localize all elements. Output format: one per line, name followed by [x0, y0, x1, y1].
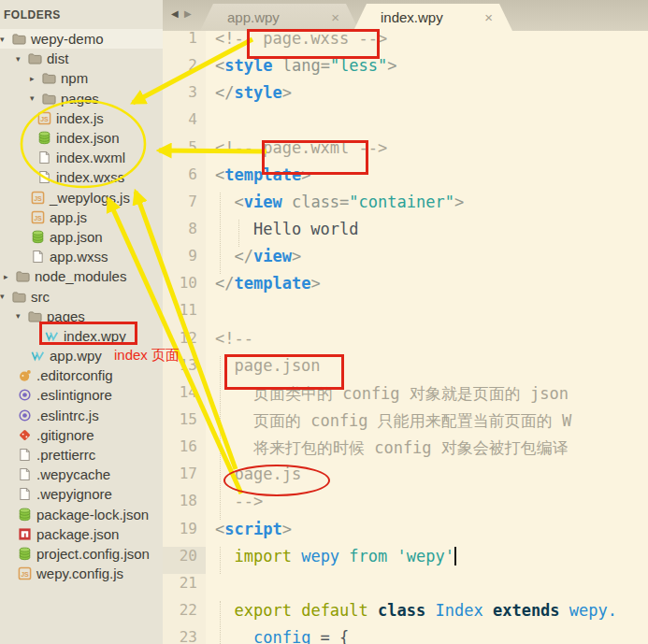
- gutter: 1234567891011121314151617181920212223: [163, 29, 206, 644]
- tree-item-index.wxml[interactable]: index.wxml: [0, 148, 163, 167]
- code-line[interactable]: 将来打包的时候 config 对象会被打包编译: [215, 437, 648, 465]
- chevron-right-icon[interactable]: ▸: [30, 74, 42, 83]
- eslint-icon: [18, 388, 32, 402]
- code-line[interactable]: [215, 574, 648, 601]
- tab-bar: ◀ ▶ app.wpy×index.wpy×: [163, 0, 648, 31]
- code-line[interactable]: 页面的 config 只能用来配置当前页面的 W: [215, 410, 648, 437]
- tree-item-package-lock.json[interactable]: package-lock.json: [0, 505, 163, 524]
- tree-item-app.wpy[interactable]: app.wpy: [0, 346, 163, 365]
- svg-text:JS: JS: [40, 116, 49, 122]
- code-line[interactable]: Hello world: [215, 220, 648, 247]
- svg-text:JS: JS: [34, 215, 42, 222]
- tree-item-npm[interactable]: ▸npm: [0, 68, 163, 88]
- tree-item-project.config.json[interactable]: project.config.json: [0, 544, 163, 564]
- js-icon: JS: [37, 111, 51, 125]
- folder-icon: [16, 269, 30, 283]
- code-line[interactable]: <template>: [215, 165, 648, 193]
- tree-item-wepy-demo[interactable]: ▾wepy-demo: [0, 29, 163, 49]
- nav-forward-icon[interactable]: ▶: [184, 8, 192, 19]
- tree-item-wepy.config.js[interactable]: JSwepy.config.js: [0, 564, 163, 583]
- tree-item-label: index.wpy: [64, 328, 126, 344]
- tree-item-node_modules[interactable]: ▸node_modules: [0, 266, 163, 286]
- tree-item-label: app.js: [50, 209, 87, 225]
- code-line[interactable]: <view class="container">: [215, 193, 648, 220]
- chevron-right-icon[interactable]: ▸: [4, 272, 16, 281]
- code-line[interactable]: export default class Index extends wepy.: [215, 601, 648, 628]
- tree-item-dist[interactable]: ▾dist: [0, 49, 163, 68]
- code-line[interactable]: config = {: [215, 628, 648, 644]
- code-line[interactable]: [215, 301, 648, 328]
- tree-item-label: .eslintignore: [36, 387, 112, 403]
- code-lines: <!-- page.wxss --><style lang="less"></s…: [215, 29, 648, 644]
- file-icon: [31, 250, 45, 264]
- code-line[interactable]: <!--: [215, 329, 648, 356]
- tree-item-.eslintrc.js[interactable]: .eslintrc.js: [0, 406, 163, 425]
- git-icon: [18, 428, 32, 442]
- code-line[interactable]: <style lang="less">: [215, 56, 648, 83]
- file-icon: [18, 487, 32, 501]
- line-number: 2: [163, 56, 206, 83]
- tree-item-src[interactable]: ▾src: [0, 286, 163, 306]
- tree-item-package.json[interactable]: package.json: [0, 524, 163, 544]
- close-icon[interactable]: ×: [484, 4, 493, 31]
- indent-guide: [220, 601, 221, 644]
- js-icon: JS: [31, 191, 45, 205]
- tree-item-label: .eslintrc.js: [36, 408, 99, 423]
- chevron-down-icon[interactable]: ▾: [30, 93, 42, 103]
- tree-item-.prettierrc[interactable]: .prettierrc: [0, 445, 163, 465]
- tree-item-pages[interactable]: ▾pages: [0, 307, 163, 326]
- chevron-down-icon[interactable]: ▾: [16, 54, 28, 64]
- tree-item-label: index.wxss: [56, 169, 124, 185]
- tree-item-.wepycache[interactable]: .wepycache: [0, 465, 163, 484]
- tree-item-_wepylogs.js[interactable]: JS_wepylogs.js: [0, 188, 163, 208]
- tree-item-app.js[interactable]: JSapp.js: [0, 208, 163, 227]
- folder-icon: [42, 71, 56, 85]
- code-line[interactable]: <!-- page.wxss -->: [215, 29, 648, 56]
- tree-item-index.json[interactable]: index.json: [0, 128, 163, 148]
- code-line[interactable]: </style>: [215, 83, 648, 110]
- tree-item-.wepyignore[interactable]: .wepyignore: [0, 484, 163, 504]
- json-icon: [31, 230, 45, 244]
- tree-item-index.js[interactable]: JSindex.js: [0, 108, 163, 128]
- code-line[interactable]: import wepy from 'wepy': [215, 547, 648, 574]
- code-line[interactable]: </view>: [215, 247, 648, 274]
- line-number: 4: [163, 110, 206, 137]
- line-number: 6: [163, 165, 206, 193]
- code-line[interactable]: </template>: [215, 274, 648, 301]
- code-line[interactable]: page.json: [215, 356, 648, 383]
- line-number: 15: [163, 410, 206, 437]
- line-number: 9: [163, 247, 206, 274]
- file-icon: [18, 467, 32, 481]
- tree-item-app.wxss[interactable]: app.wxss: [0, 247, 163, 266]
- line-number: 23: [163, 628, 206, 644]
- code-line[interactable]: [215, 110, 648, 137]
- line-number: 7: [163, 193, 206, 220]
- tab-index-wpy[interactable]: index.wpy×: [353, 4, 512, 31]
- chevron-down-icon[interactable]: ▾: [16, 311, 28, 321]
- tree-item-pages[interactable]: ▾pages: [0, 89, 163, 108]
- close-icon[interactable]: ×: [331, 4, 339, 31]
- code-editor[interactable]: 1234567891011121314151617181920212223 <!…: [163, 31, 648, 644]
- tree-item-index.wpy[interactable]: index.wpy: [0, 326, 163, 346]
- chevron-down-icon[interactable]: ▾: [0, 292, 12, 301]
- tree-item-.gitignore[interactable]: .gitignore: [0, 425, 163, 445]
- tree-item-index.wxss[interactable]: index.wxss: [0, 167, 163, 187]
- line-number: 12: [163, 329, 206, 356]
- code-line[interactable]: -->: [215, 492, 648, 519]
- file-tree: ▾wepy-demo▾dist▸npm▾pagesJSindex.jsindex…: [0, 29, 163, 583]
- code-line[interactable]: page.js: [215, 465, 648, 492]
- code-line[interactable]: 页面类中的 config 对象就是页面的 json: [215, 383, 648, 410]
- indent-guide: [238, 220, 239, 247]
- tree-item-.editorconfig[interactable]: .editorconfig: [0, 365, 163, 385]
- nav-back-icon[interactable]: ◀: [171, 8, 179, 19]
- code-line[interactable]: <!-- page.wxml -->: [215, 138, 648, 165]
- tab-app-wpy[interactable]: app.wpy×: [200, 4, 359, 31]
- line-number: 8: [163, 220, 206, 247]
- eslint-icon: [18, 408, 32, 422]
- tab-label: app.wpy: [227, 9, 280, 25]
- tree-item-app.json[interactable]: app.json: [0, 227, 163, 247]
- code-line[interactable]: <script>: [215, 520, 648, 547]
- chevron-down-icon[interactable]: ▾: [0, 35, 12, 44]
- tree-item-.eslintignore[interactable]: .eslintignore: [0, 385, 163, 405]
- text-cursor: [454, 547, 456, 565]
